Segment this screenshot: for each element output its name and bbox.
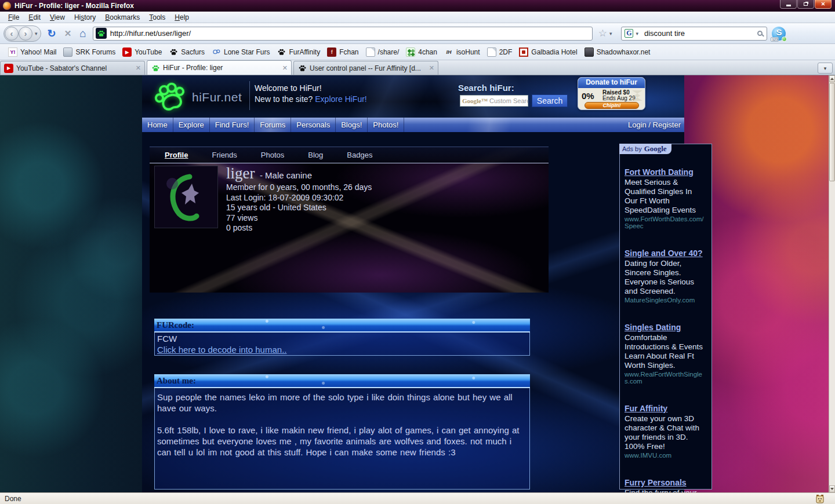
profile-tab-photos[interactable]: Photos <box>261 151 284 159</box>
scroll-up-button[interactable] <box>829 75 835 82</box>
back-icon: ‹ <box>10 28 13 38</box>
minimize-button[interactable] <box>780 0 797 9</box>
forward-button[interactable]: › <box>19 27 32 41</box>
paw-green-icon <box>151 63 160 72</box>
nav-explore[interactable]: Explore <box>173 118 210 132</box>
web-search-box[interactable]: G ▾ <box>621 27 767 41</box>
profile-tab-friends[interactable]: Friends <box>212 151 237 159</box>
ad-title-link[interactable]: Single and Over 40? <box>625 249 707 258</box>
navigation-toolbar: ‹ › ▾ ↻ ✕ ⌂ ☆ ▾ G ▾ S 123 <box>0 23 835 44</box>
tab-youtube[interactable]: ▶ YouTube - Sabator's Channel ✕ <box>0 61 145 75</box>
furcode-body: FCW Click here to decode into human.. <box>154 333 530 356</box>
scroll-down-button[interactable] <box>829 485 835 492</box>
tab-list-dropdown[interactable]: ▾ <box>818 63 833 74</box>
tab-hifur-active[interactable]: HiFur - Profile: liger ✕ <box>147 60 292 75</box>
bookmark-isohunt[interactable]: IHisoHunt <box>441 46 484 58</box>
home-button[interactable]: ⌂ <box>79 27 86 40</box>
vertical-scrollbar[interactable] <box>829 75 835 492</box>
web-search-input[interactable] <box>644 29 757 38</box>
ad-title-link[interactable]: Furry Personals <box>625 478 707 487</box>
profile-avatar <box>154 166 218 228</box>
window-titlebar[interactable]: HiFur - Profile: liger - Mozilla Firefox… <box>0 0 835 12</box>
url-input[interactable] <box>110 29 590 38</box>
close-button[interactable]: ✕ <box>815 0 832 9</box>
bookmark-2df[interactable]: 2DF <box>484 46 516 58</box>
about-section: About me: Sup people the names leko im m… <box>154 374 530 490</box>
profile-tab-profile[interactable]: Profile <box>165 151 188 159</box>
profile-tab-blog[interactable]: Blog <box>308 151 323 159</box>
bookmark-fchan[interactable]: fFchan <box>324 46 362 58</box>
furcode-decode-link[interactable]: Click here to decode into human.. <box>157 345 286 355</box>
back-button[interactable]: ‹ <box>5 27 19 41</box>
menu-tools[interactable]: Tools <box>144 12 170 23</box>
menu-bookmarks[interactable]: Bookmarks <box>100 12 144 23</box>
ad-url[interactable]: www.RealFortWorthSingles.com <box>625 371 707 385</box>
ad-url[interactable]: www.FortWorthDates.com/Speec <box>625 216 707 229</box>
ad-single-over-40: Single and Over 40? Dating for Older, Si… <box>620 249 711 304</box>
stop-button[interactable]: ✕ <box>64 28 72 39</box>
menu-history[interactable]: History <box>70 12 100 23</box>
paw-icon <box>277 48 286 57</box>
furcode-header: FURcode: <box>154 319 530 333</box>
paw-black-icon <box>297 64 307 73</box>
hifur-paw-logo <box>151 78 188 116</box>
tab-close-icon[interactable]: ✕ <box>280 64 288 72</box>
bookmark-srk-forums[interactable]: SRK Forums <box>60 46 119 58</box>
tab-close-icon[interactable]: ✕ <box>427 64 434 72</box>
nav-login-register[interactable]: Login / Register <box>628 118 681 132</box>
url-bar[interactable] <box>93 27 593 41</box>
window-title: HiFur - Profile: liger - Mozilla Firefox <box>14 2 134 10</box>
ad-title-link[interactable]: Fur Affinity <box>625 404 707 413</box>
bookmark-sacfurs[interactable]: Sacfurs <box>165 46 208 58</box>
menu-file[interactable]: File <box>3 12 24 23</box>
menu-edit[interactable]: Edit <box>24 12 45 23</box>
nav-photos[interactable]: Photos! <box>368 118 404 132</box>
yahoo-icon: Y! <box>8 48 17 57</box>
tab-close-icon[interactable]: ✕ <box>133 64 141 72</box>
site-search-button[interactable]: Search <box>532 94 568 107</box>
bookmark-share[interactable]: /share/ <box>362 46 403 58</box>
google-custom-search-input[interactable]: Google™ Custom Search <box>460 95 528 107</box>
nav-personals[interactable]: Personals <box>291 118 336 132</box>
profile-tab-badges[interactable]: Badges <box>347 151 372 159</box>
search-icon[interactable] <box>757 31 763 36</box>
bookmark-youtube[interactable]: ▶YouTube <box>119 46 165 58</box>
statusbar-extension-icon[interactable] <box>815 494 825 504</box>
site-logo-text[interactable]: hiFur.net <box>192 90 242 104</box>
bookmark-galbadia-hotel[interactable]: Galbadia Hotel <box>515 46 580 58</box>
engine-dropdown[interactable]: ▾ <box>633 31 641 36</box>
google-logo-text: Google <box>644 144 667 154</box>
bookmark-dropdown[interactable]: ▾ <box>607 31 615 36</box>
restore-icon <box>804 2 808 6</box>
ad-url[interactable]: www.IMVU.com <box>625 452 707 459</box>
ad-title-link[interactable]: Fort Worth Dating <box>625 167 707 177</box>
welcome-text: Welcome to HiFur! <box>255 83 322 93</box>
status-bar: Done <box>0 492 835 504</box>
bookmark-shadowhaxor[interactable]: Shadowhaxor.net <box>581 46 654 58</box>
bookmark-4chan[interactable]: 4chan <box>402 46 441 58</box>
nav-blogs[interactable]: Blogs! <box>336 118 368 132</box>
reload-button[interactable]: ↻ <box>48 27 56 40</box>
ad-url[interactable]: MatureSinglesOnly.com <box>625 297 707 304</box>
bookmark-furaffinity[interactable]: FurAffinity <box>273 46 324 58</box>
scrollbar-thumb[interactable] <box>829 83 835 181</box>
ads-by-google-badge[interactable]: Ads by Google <box>619 144 671 154</box>
menu-help[interactable]: Help <box>170 12 194 23</box>
menu-view[interactable]: View <box>45 12 70 23</box>
nav-find-furs[interactable]: Find Furs! <box>210 118 255 132</box>
restore-button[interactable] <box>797 0 814 9</box>
tab-furaffinity[interactable]: User control panel -- Fur Affinity [d...… <box>293 61 438 75</box>
ad-title-link[interactable]: Singles Dating <box>625 323 707 332</box>
chipin-button[interactable]: ChipIn! <box>584 102 639 109</box>
history-dropdown[interactable]: ▾ <box>32 31 40 36</box>
bookmark-lone-star-furs[interactable]: Lone Star Furs <box>208 46 273 58</box>
bookmark-star-icon[interactable]: ☆ <box>598 27 607 39</box>
fchan-icon: f <box>327 48 336 57</box>
nav-home[interactable]: Home <box>142 118 173 132</box>
explore-hifur-link[interactable]: Explore HiFur! <box>315 94 366 104</box>
google-engine-icon: G <box>625 29 633 38</box>
about-paragraph: 5.6ft 158lb, I love to rave, i like maki… <box>157 425 527 458</box>
skype-extension-icon[interactable]: S 123 <box>772 27 786 41</box>
nav-forums[interactable]: Forums <box>255 118 291 132</box>
bookmark-yahoo-mail[interactable]: Y!Yahoo! Mail <box>5 46 60 58</box>
